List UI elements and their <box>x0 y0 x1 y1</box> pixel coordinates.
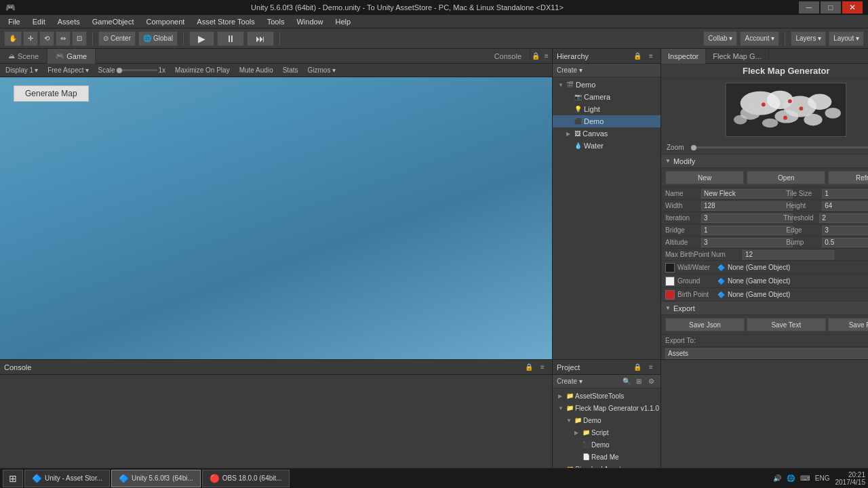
mute-audio[interactable]: Mute Audio <box>237 66 276 74</box>
layers-btn[interactable]: Layers ▾ <box>791 31 826 46</box>
tree-demo-obj[interactable]: ⬛ Demo <box>553 115 660 127</box>
project-lock[interactable]: 🔒 <box>632 362 643 373</box>
name-input[interactable] <box>701 189 793 199</box>
height-input[interactable] <box>822 201 868 211</box>
modify-section-header[interactable]: ▼ Modify <box>661 155 868 168</box>
menu-tools[interactable]: Tools <box>262 15 290 28</box>
menu-edit[interactable]: Edit <box>27 15 51 28</box>
gizmos-btn[interactable]: Gizmos ▾ <box>305 66 339 74</box>
save-json-btn[interactable]: Save Json <box>665 318 745 331</box>
console-menu[interactable]: ≡ <box>537 362 548 373</box>
scale-control[interactable]: Scale 1x <box>96 66 169 74</box>
project-create-btn[interactable]: Create ▾ <box>557 378 583 385</box>
project-demo-scene[interactable]: ⬛ Demo <box>553 439 660 451</box>
export-section-header[interactable]: ▼ Export <box>661 302 868 315</box>
maxbirth-input[interactable] <box>743 250 834 260</box>
tree-canvas[interactable]: ▶ 🖼 Canvas <box>553 127 660 140</box>
new-btn[interactable]: New <box>665 171 744 184</box>
project-fleck-demo[interactable]: ▼ 📁 Demo <box>553 414 660 426</box>
panel-lock[interactable]: 🔒 <box>530 51 541 62</box>
game-tab[interactable]: 🎮 Game <box>47 49 96 64</box>
inspector-tab[interactable]: Inspector <box>661 49 706 64</box>
maximize-play[interactable]: Maximize On Play <box>172 66 233 74</box>
hand-tool[interactable]: ✋ <box>4 31 22 46</box>
move-tool[interactable]: ✛ <box>23 31 38 46</box>
display-select[interactable]: Display 1 ▾ <box>3 66 41 74</box>
save-text-btn[interactable]: Save Text <box>747 318 826 331</box>
tilesize-input[interactable] <box>822 189 868 199</box>
rect-tool[interactable]: ⊡ <box>72 31 87 46</box>
scene-tab[interactable]: ⛰ Scene <box>0 49 47 64</box>
bridge-input[interactable] <box>701 226 793 235</box>
console-tab[interactable]: Console <box>486 49 530 64</box>
taskbar-unity-asset[interactable]: 🔷 Unity - Asset Stor... <box>24 470 110 487</box>
project-split[interactable]: ⊞ <box>633 376 644 387</box>
taskbar-unity-editor[interactable]: 🔷 Unity 5.6.0f3 (64bi... <box>111 470 201 487</box>
menu-help[interactable]: Help <box>330 15 357 28</box>
global-toggle[interactable]: 🌐 Global <box>138 31 178 46</box>
scale-tool[interactable]: ⇔ <box>56 31 71 46</box>
project-standard-assets[interactable]: ▶ 📁 Standard Assets <box>553 463 660 468</box>
open-btn[interactable]: Open <box>747 171 825 184</box>
collab-btn[interactable]: Collab ▾ <box>703 31 737 46</box>
aspect-select[interactable]: Free Aspect ▾ <box>45 66 91 74</box>
ground-swatch[interactable] <box>665 277 675 286</box>
generate-map-button[interactable]: Generate Map <box>14 85 89 102</box>
save-prefab-btn[interactable]: Save Prefab <box>828 318 868 331</box>
project-script[interactable]: ▶ 📁 Script <box>553 426 660 439</box>
step-btn[interactable]: ⏭ <box>247 31 274 46</box>
language-indicator[interactable]: ENG <box>815 474 830 482</box>
tree-demo-scene[interactable]: ▼ 🎬 Demo <box>553 79 660 91</box>
birthpoint-swatch[interactable] <box>665 290 675 300</box>
project-fleck[interactable]: ▼ 📁 Fleck Map Generator v1.1.0 <box>553 402 660 414</box>
project-menu[interactable]: ≡ <box>646 362 656 373</box>
zoom-slider[interactable] <box>691 146 868 148</box>
taskbar-obs[interactable]: 🔴 OBS 18.0.0 (64bit... <box>202 470 290 487</box>
project-settings[interactable]: ⚙ <box>646 376 656 387</box>
rotate-tool[interactable]: ⟲ <box>39 31 54 46</box>
layout-btn[interactable]: Layout ▾ <box>829 31 864 46</box>
tray-icon-sound[interactable]: 🔊 <box>773 474 781 482</box>
project-readme[interactable]: 📄 Read Me <box>553 451 660 463</box>
panel-menu[interactable]: ≡ <box>541 51 552 62</box>
maximize-btn[interactable]: □ <box>821 1 841 14</box>
edge-input[interactable] <box>822 226 868 235</box>
center-toggle[interactable]: ⊙ Center <box>98 31 136 46</box>
menu-gameobject[interactable]: GameObject <box>87 15 140 28</box>
tray-icon-network[interactable]: 🌐 <box>787 474 795 482</box>
scale-slider[interactable] <box>117 69 157 71</box>
project-assetstoretools[interactable]: ▶ 📁 AssetStoreTools <box>553 390 660 402</box>
iteration-input[interactable] <box>701 214 793 223</box>
altitude-input[interactable] <box>701 238 793 247</box>
tree-water[interactable]: 💧 Water <box>553 140 660 152</box>
width-input[interactable] <box>701 201 793 211</box>
menu-component[interactable]: Component <box>140 15 190 28</box>
pause-btn[interactable]: ⏸ <box>217 31 244 46</box>
separator-4 <box>785 32 785 45</box>
project-search[interactable]: 🔍 <box>621 376 632 387</box>
play-btn[interactable]: ▶ <box>189 31 214 46</box>
menu-window[interactable]: Window <box>291 15 328 28</box>
menu-assetstoretools[interactable]: Asset Store Tools <box>191 15 260 28</box>
stats-btn[interactable]: Stats <box>280 66 301 74</box>
threshold-input[interactable] <box>819 214 868 223</box>
console-lock[interactable]: 🔒 <box>524 362 534 373</box>
hierarchy-menu[interactable]: ≡ <box>646 51 656 62</box>
fleck-tab[interactable]: Fleck Map G... <box>706 49 769 64</box>
menu-assets[interactable]: Assets <box>52 15 85 28</box>
minimize-btn[interactable]: ─ <box>799 1 819 14</box>
start-btn[interactable]: ⊞ <box>3 470 23 487</box>
tree-light[interactable]: 💡 Light <box>553 103 660 115</box>
hierarchy-lock[interactable]: 🔒 <box>632 51 643 62</box>
taskbar-clock[interactable]: 20:21 2017/4/15 <box>835 471 866 486</box>
refresh-btn[interactable]: Refresh <box>828 171 868 184</box>
export-path-input[interactable] <box>665 348 868 359</box>
account-btn[interactable]: Account ▾ <box>740 31 779 46</box>
close-btn[interactable]: ✕ <box>842 1 863 14</box>
wall-water-swatch[interactable] <box>665 263 675 272</box>
bump-input[interactable] <box>822 238 868 247</box>
menu-file[interactable]: File <box>3 15 26 28</box>
hierarchy-create-btn[interactable]: Create ▾ <box>557 66 583 74</box>
tray-icon-keyboard[interactable]: ⌨ <box>800 474 810 482</box>
tree-camera[interactable]: 📷 Camera <box>553 91 660 103</box>
